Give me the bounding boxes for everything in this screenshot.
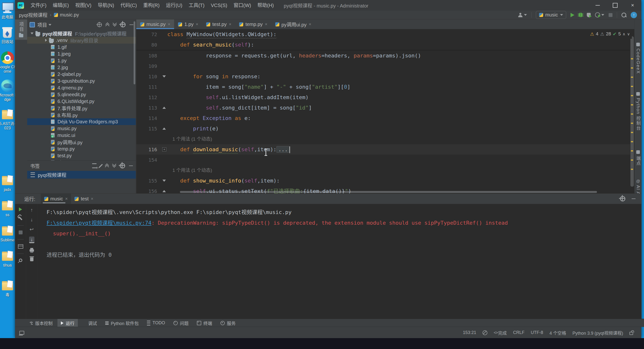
tree-item[interactable]: 3-qpushbutton.py	[27, 77, 136, 84]
collapse-all-icon[interactable]	[113, 23, 116, 26]
tool-window-button[interactable]: 终端	[194, 319, 216, 327]
close-tab-icon[interactable]: ×	[65, 196, 68, 201]
clear-console-icon[interactable]	[30, 257, 34, 261]
code-editor[interactable]: 72 class MyWindow(QtWidgets.QWidget): 80…	[136, 29, 630, 193]
bookmarks-title[interactable]: 书签	[30, 162, 40, 169]
fold-marker-icon[interactable]	[161, 165, 167, 175]
fold-marker-icon[interactable]	[161, 123, 167, 134]
tree-item[interactable]: temp.py	[27, 145, 136, 152]
expand-all-icon[interactable]	[105, 164, 109, 167]
menu-item[interactable]: 文件(F)	[28, 0, 50, 11]
fold-marker-icon[interactable]	[161, 102, 167, 113]
tree-chevron-icon[interactable]	[30, 32, 34, 34]
print-icon[interactable]	[30, 249, 34, 252]
line-number[interactable]: 111	[136, 84, 161, 90]
breadcrumb-project[interactable]: pyqt视频课程	[19, 11, 48, 18]
lock-icon[interactable]	[630, 332, 633, 335]
locate-file-icon[interactable]	[97, 22, 102, 27]
tree-item[interactable]: py调用ui.py	[27, 139, 136, 145]
editor-tab[interactable]: temp.py ×	[235, 19, 271, 29]
menu-item[interactable]: 工具(T)	[186, 0, 208, 11]
line-number[interactable]: 112	[136, 94, 161, 100]
search-everywhere-icon[interactable]	[622, 12, 626, 17]
profiler-button[interactable]	[595, 12, 604, 17]
caret-position[interactable]: 153:21	[463, 330, 476, 335]
inspection-status[interactable]: <> 完成	[494, 330, 507, 336]
coverage-button[interactable]	[587, 13, 591, 17]
fold-marker-icon[interactable]	[161, 82, 167, 92]
tree-item[interactable]: music.py	[27, 125, 136, 132]
fold-marker-icon[interactable]	[161, 92, 167, 102]
code-line[interactable]: 115 print(e)	[136, 123, 630, 134]
tool-window-button[interactable]: 版本控制	[26, 319, 56, 327]
scroll-to-end-icon[interactable]: ↓	[29, 237, 34, 243]
inspections-widget[interactable]: ⚠ 4 ⚠ 28 ✔ 5 ∧ ∨	[568, 29, 632, 39]
code-line[interactable]: 111 item = song["name"] + "-" + song["ar…	[136, 82, 630, 92]
up-stack-trace-icon[interactable]: ↑	[30, 207, 33, 212]
desktop-icon[interactable]: 此电脑	[0, 1, 15, 19]
run-tab[interactable]: music ×	[41, 194, 71, 204]
prev-issue-icon[interactable]: ∧	[623, 32, 626, 36]
hide-panel-icon[interactable]	[130, 24, 133, 25]
indent-style[interactable]: 4 个空格	[550, 330, 566, 336]
breadcrumb-file[interactable]: music.py	[60, 12, 79, 18]
code-text[interactable]: 1 个用法 (1 个动态)	[167, 165, 212, 175]
bookmark-item[interactable]: pyqt视频课程	[27, 171, 136, 179]
line-number[interactable]: 116	[136, 147, 161, 152]
line-separator[interactable]: CRLF	[513, 330, 524, 335]
tree-scrollbar[interactable]	[134, 21, 135, 84]
tree-item[interactable]: 6.QListWidget.py	[27, 98, 136, 105]
collapse-all-icon[interactable]	[112, 164, 116, 167]
close-tab-icon[interactable]: ×	[229, 22, 232, 27]
code-line[interactable]: 154	[136, 155, 630, 165]
code-text[interactable]: def show_music_info(self,item):	[167, 175, 280, 186]
fold-marker-icon[interactable]	[161, 134, 167, 144]
desktop-icon[interactable]: 回收站	[0, 26, 15, 44]
code-line[interactable]: 1 个用法 (1 个动态)	[136, 165, 630, 175]
desktop-icon[interactable]: tihua	[0, 250, 15, 268]
editor-tab[interactable]: py调用ui.py ×	[271, 19, 315, 29]
close-tab-icon[interactable]: ×	[196, 22, 198, 27]
pin-tab-icon[interactable]	[18, 258, 23, 263]
line-number[interactable]: 109	[136, 63, 161, 69]
tree-item[interactable]: ? Déjà Vu-Dave Rodgers.mp3	[27, 118, 136, 125]
code-text[interactable]: def download_music(self,item):...	[167, 144, 290, 155]
gear-icon[interactable]	[620, 196, 625, 201]
debug-button[interactable]	[579, 12, 582, 17]
console-output[interactable]: F:\spider\pyqt视频课程\.venv\Scripts\python.…	[37, 204, 641, 319]
gear-icon[interactable]	[120, 22, 126, 27]
editor-tab[interactable]: 1.py ×	[174, 19, 202, 29]
error-stripe[interactable]	[630, 29, 634, 193]
fold-marker-icon[interactable]	[161, 175, 167, 186]
menu-item[interactable]: 导航(N)	[94, 0, 117, 11]
desktop-icon[interactable]: 毒	[0, 279, 15, 297]
code-text[interactable]: def search_music(self):	[167, 39, 254, 50]
hide-panel-icon[interactable]	[129, 166, 133, 166]
line-number[interactable]: 114	[136, 115, 161, 121]
minimize-button[interactable]	[589, 0, 606, 11]
close-tab-icon[interactable]: ×	[265, 22, 268, 27]
code-text[interactable]: class MyWindow(QtWidgets.QWidget):	[167, 29, 276, 39]
tree-item[interactable]: 7.事件处理.py	[27, 105, 136, 111]
line-number[interactable]: 72	[136, 31, 161, 37]
close-tab-icon[interactable]: ×	[168, 22, 170, 27]
code-text[interactable]: item = song["name"] + "-" + song["artist…	[167, 82, 350, 92]
fold-marker-icon[interactable]	[161, 50, 167, 61]
desktop-icon[interactable]: Sublime	[0, 224, 15, 242]
fold-marker-icon[interactable]	[161, 113, 167, 123]
fold-marker-icon[interactable]	[161, 61, 167, 71]
soft-wrap-icon[interactable]: ↩	[30, 227, 34, 232]
run-button[interactable]	[570, 13, 574, 17]
tool-window-button[interactable]: TODO	[144, 319, 168, 327]
code-text[interactable]: response = requests.get(url, headers=hea…	[167, 50, 421, 61]
editor-tab[interactable]: test.py ×	[202, 19, 235, 29]
code-text[interactable]: for song in response:	[167, 71, 260, 82]
tool-window-button[interactable]: 调试	[79, 319, 100, 327]
edit-icon[interactable]	[99, 164, 103, 168]
close-button[interactable]: ×	[624, 0, 641, 11]
tool-window-button[interactable]: 问题	[170, 319, 192, 327]
edit-configuration-icon[interactable]	[18, 216, 22, 220]
code-line[interactable]: 108 response = requests.get(url, headers…	[136, 50, 630, 61]
desktop-icon[interactable]: Microsoft Edge	[0, 79, 15, 102]
tree-item[interactable]: 5.qlineedit.py	[27, 91, 136, 98]
